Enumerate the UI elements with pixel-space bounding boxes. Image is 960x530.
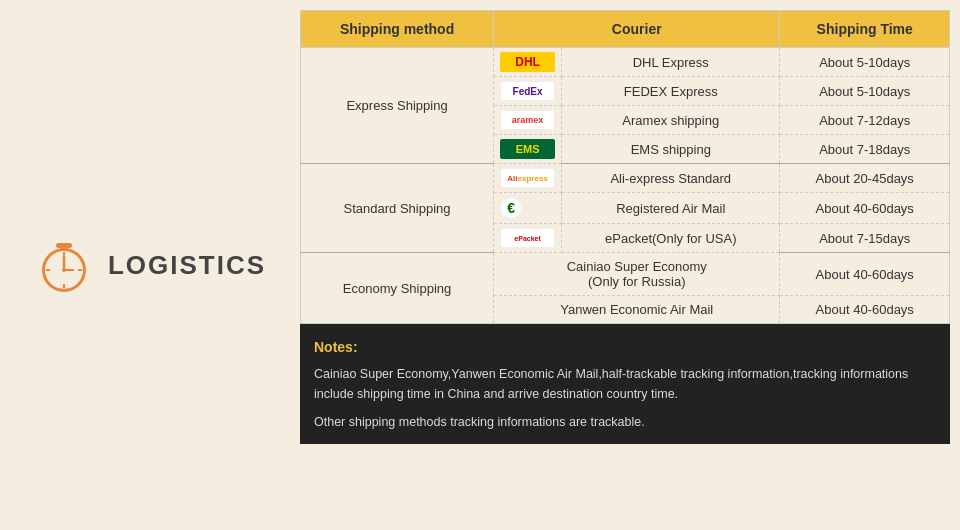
fedex-logo: FedEx: [500, 81, 555, 101]
svg-point-10: [62, 268, 66, 272]
yanwen-time: About 40-60days: [780, 296, 950, 324]
aramex-logo: aramex: [500, 110, 555, 130]
standard-shipping-label: Standard Shipping: [301, 164, 494, 253]
epacket-logo: ePacket: [500, 228, 555, 248]
notes-text2: Other shipping methods tracking informat…: [314, 412, 936, 432]
fedex-name: FEDEX Express: [562, 77, 780, 106]
dhl-logo: DHL: [500, 52, 555, 72]
aramex-time: About 7-12days: [780, 106, 950, 135]
aliexpress-logo: Aliexpress: [500, 168, 555, 188]
stopwatch-icon: [34, 235, 94, 295]
registered-name: Registered Air Mail: [562, 193, 780, 224]
header-courier: Courier: [494, 11, 780, 48]
notes-text1: Cainiao Super Economy,Yanwen Economic Ai…: [314, 364, 936, 404]
registered-time: About 40-60days: [780, 193, 950, 224]
cainiao-name: Cainiao Super Economy(Only for Russia): [494, 253, 780, 296]
table-row: Economy Shipping Cainiao Super Economy(O…: [301, 253, 950, 296]
aliexpress-name: Ali-express Standard: [562, 164, 780, 193]
svg-rect-9: [56, 243, 72, 248]
logo-area: LOGISTICS: [34, 235, 266, 295]
epacket-time: About 7-15days: [780, 224, 950, 253]
header-time: Shipping Time: [780, 11, 950, 48]
ems-name: EMS shipping: [562, 135, 780, 164]
epacket-name: ePacket(Only for USA): [562, 224, 780, 253]
dhl-name: DHL Express: [562, 48, 780, 77]
notes-title: Notes:: [314, 336, 936, 358]
cainiao-time: About 40-60days: [780, 253, 950, 296]
economy-shipping-label: Economy Shipping: [301, 253, 494, 324]
express-shipping-label: Express Shipping: [301, 48, 494, 164]
table-row: Standard Shipping Aliexpress Ali-express…: [301, 164, 950, 193]
table-row: Express Shipping DHL DHL Express About 5…: [301, 48, 950, 77]
header-method: Shipping method: [301, 11, 494, 48]
left-panel: LOGISTICS: [0, 0, 300, 530]
ems-time: About 7-18days: [780, 135, 950, 164]
fedex-time: About 5-10days: [780, 77, 950, 106]
registered-logo: €: [500, 197, 522, 219]
shipping-table: Shipping method Courier Shipping Time Ex…: [300, 10, 950, 324]
yanwen-name: Yanwen Economic Air Mail: [494, 296, 780, 324]
logistics-label: LOGISTICS: [108, 250, 266, 281]
right-panel: Shipping method Courier Shipping Time Ex…: [300, 0, 960, 530]
notes-section: Notes: Cainiao Super Economy,Yanwen Econ…: [300, 324, 950, 444]
dhl-time: About 5-10days: [780, 48, 950, 77]
aramex-name: Aramex shipping: [562, 106, 780, 135]
ems-logo: EMS: [500, 139, 555, 159]
aliexpress-time: About 20-45days: [780, 164, 950, 193]
